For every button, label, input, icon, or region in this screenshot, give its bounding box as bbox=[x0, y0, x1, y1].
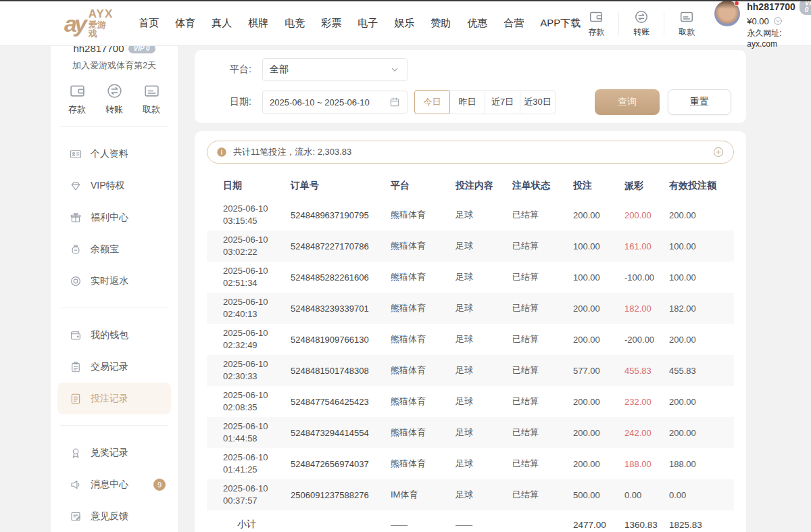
date-quick-ranges: 今日昨日近7日近30日 bbox=[414, 90, 556, 114]
prize-icon bbox=[70, 447, 82, 459]
cell-status: 已结算 bbox=[512, 458, 573, 470]
reset-button[interactable]: 重置 bbox=[668, 89, 731, 115]
sidebar-item-bets[interactable]: 投注记录 bbox=[57, 383, 171, 414]
cell-content: 足球 bbox=[456, 489, 512, 501]
cell-payout: 161.00 bbox=[624, 241, 669, 251]
nav-item[interactable]: 真人 bbox=[212, 17, 232, 30]
header-action-withdraw[interactable]: 取款 bbox=[671, 9, 702, 38]
user-block[interactable]: hh2817700 VIP 0 ¥0.00 永久网址: ayx.com bbox=[714, 0, 811, 49]
column-header: 派彩 bbox=[624, 180, 669, 192]
cell-order: 5248485282261606 bbox=[291, 272, 391, 283]
cell-payout: 182.00 bbox=[624, 304, 669, 314]
nav-item[interactable]: APP下载 bbox=[540, 17, 581, 30]
header-action-transfer[interactable]: 转账 bbox=[626, 9, 657, 38]
cell-date: 2025-06-1001:44:58 bbox=[223, 420, 291, 444]
brand-logo[interactable]: ay AYX 爱游戏 bbox=[64, 8, 113, 39]
cell-bet: 100.00 bbox=[573, 241, 624, 251]
cell-content: 足球 bbox=[456, 271, 512, 283]
sidebar-quick-deposit[interactable]: 存款 bbox=[68, 82, 86, 116]
cell-platform: 熊猫体育 bbox=[391, 240, 456, 252]
cell-order: 5248477546425423 bbox=[291, 397, 391, 407]
header-quick-actions: 存款转账取款 bbox=[581, 9, 702, 38]
cell-platform: 熊猫体育 bbox=[391, 302, 456, 314]
nav-item[interactable]: 首页 bbox=[139, 17, 159, 30]
cell-order: 5248487227170786 bbox=[291, 241, 391, 251]
cell-bet: 200.00 bbox=[573, 210, 624, 220]
cell-bet: 100.00 bbox=[573, 272, 624, 283]
range-button[interactable]: 昨日 bbox=[449, 90, 485, 114]
header: ay AYX 爱游戏 首页体育真人棋牌电竞彩票电子娱乐赞助优惠合营APP下载 存… bbox=[0, 1, 811, 46]
nav-item[interactable]: 体育 bbox=[175, 17, 195, 30]
range-button[interactable]: 近7日 bbox=[485, 90, 520, 114]
cell-status: 已结算 bbox=[512, 333, 573, 345]
platform-select[interactable]: 全部 bbox=[262, 58, 408, 81]
nav-item[interactable]: 优惠 bbox=[467, 17, 487, 30]
sidebar-item-piggy[interactable]: 余额宝 bbox=[57, 233, 171, 265]
sidebar-item-feedback[interactable]: 意见反馈 bbox=[57, 500, 171, 532]
query-button[interactable]: 查询 bbox=[595, 89, 660, 115]
sidebar-quick-actions: 存款转账取款 bbox=[51, 72, 178, 116]
id-card-icon bbox=[70, 148, 82, 160]
username: hh2817700 bbox=[747, 1, 795, 12]
sidebar-item-message[interactable]: 消息中心9 bbox=[57, 468, 171, 500]
sidebar-item-wallet[interactable]: 我的钱包 bbox=[57, 319, 171, 351]
sidebar-item-prize[interactable]: 兑奖记录 bbox=[57, 437, 171, 468]
sidebar-item-id-card[interactable]: 个人资料 bbox=[57, 138, 171, 170]
expand-plus-icon[interactable] bbox=[712, 146, 724, 158]
deposit-icon bbox=[69, 82, 86, 99]
nav-item[interactable]: 棋牌 bbox=[248, 17, 268, 30]
cell-order: 5248489637190795 bbox=[291, 210, 391, 220]
bet-records-panel: 共计11笔投注，流水: 2,303.83 日期订单号平台投注内容注单状态投注派彩… bbox=[195, 131, 746, 532]
nav-item[interactable]: 赞助 bbox=[431, 17, 451, 30]
nav-item[interactable]: 合营 bbox=[503, 17, 524, 30]
sidebar-item-transactions[interactable]: 交易记录 bbox=[57, 351, 171, 383]
nav-item[interactable]: 电竞 bbox=[285, 17, 305, 30]
cell-bet: 200.00 bbox=[573, 459, 624, 469]
rebate-icon bbox=[70, 275, 82, 287]
sidebar-item-vip[interactable]: VIP特权 bbox=[57, 170, 171, 201]
nav-item[interactable]: 电子 bbox=[358, 17, 378, 30]
subtotal-valid: 1825.83 bbox=[669, 520, 734, 530]
cell-order: 5248473294414554 bbox=[291, 428, 391, 438]
info-icon bbox=[216, 147, 227, 158]
cell-content: 足球 bbox=[456, 395, 512, 408]
table-row: 2025-06-1002:32:495248481909766130熊猫体育足球… bbox=[207, 324, 734, 355]
sidebar-quick-transfer[interactable]: 转账 bbox=[105, 82, 123, 116]
date-range-input[interactable]: 2025-06-10 ~ 2025-06-10 bbox=[262, 91, 408, 114]
balance: ¥0.00 bbox=[747, 16, 769, 26]
cell-payout: 455.83 bbox=[624, 366, 669, 376]
header-action-deposit[interactable]: 存款 bbox=[581, 9, 612, 38]
subtotal-content: —— bbox=[456, 520, 512, 530]
cell-valid: 0.00 bbox=[669, 490, 734, 500]
cell-payout: 0.00 bbox=[624, 490, 669, 500]
range-button[interactable]: 近30日 bbox=[520, 90, 556, 114]
column-header: 日期 bbox=[223, 180, 291, 192]
avatar[interactable] bbox=[714, 1, 740, 26]
join-days-text: 加入爱游戏体育第2天 bbox=[51, 59, 178, 72]
wallet-icon bbox=[70, 329, 82, 341]
range-button[interactable]: 今日 bbox=[414, 90, 450, 114]
cell-platform: 熊猫体育 bbox=[391, 458, 456, 470]
divider bbox=[60, 425, 168, 426]
sidebar-item-gift[interactable]: 福利中心 bbox=[57, 201, 171, 233]
cell-date: 2025-06-1002:08:35 bbox=[223, 389, 291, 413]
cell-status: 已结算 bbox=[512, 395, 573, 408]
sidebar: hh2817700 VIP 0 加入爱游戏体育第2天 存款转账取款 个人资料VI… bbox=[51, 0, 178, 532]
summary-bar: 共计11笔投注，流水: 2,303.83 bbox=[207, 141, 734, 164]
column-header: 投注内容 bbox=[456, 180, 512, 192]
divider bbox=[60, 308, 168, 308]
sidebar-quick-withdraw[interactable]: 取款 bbox=[143, 82, 160, 116]
main-nav: 首页体育真人棋牌电竞彩票电子娱乐赞助优惠合营APP下载 bbox=[139, 17, 581, 30]
subtotal-platform: —— bbox=[391, 520, 456, 530]
subtotal-label: 小计 bbox=[223, 518, 270, 531]
sidebar-item-rebate[interactable]: 实时返水 bbox=[57, 265, 171, 297]
cell-valid: 200.00 bbox=[669, 210, 734, 220]
cell-order: 5248481501748308 bbox=[291, 366, 391, 376]
nav-item[interactable]: 彩票 bbox=[321, 17, 341, 30]
nav-item[interactable]: 娱乐 bbox=[394, 17, 414, 30]
cell-bet: 200.00 bbox=[573, 428, 624, 438]
balance-refresh-icon[interactable] bbox=[773, 16, 783, 26]
header-right: 存款转账取款 hh2817700 VIP 0 ¥0.00 永久网址: ayx.c… bbox=[581, 0, 811, 49]
column-header: 有效投注额 bbox=[669, 180, 734, 192]
cell-bet: 200.00 bbox=[573, 335, 624, 345]
